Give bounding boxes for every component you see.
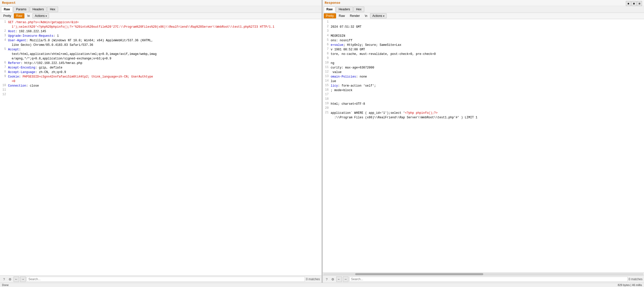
request-line-5: 5 Accept: text/html,application/xhtml+xm… xyxy=(0,47,321,61)
tab-raw-request[interactable]: Raw xyxy=(1,7,13,12)
request-line-7: 7 Accept-Encoding: gzip, deflate xyxy=(0,65,321,70)
request-line-9: 9 Cookie: PHPSESSID=c3gnn42nnfafaei5im0t… xyxy=(0,75,321,84)
response-line-8: 8 tore, no-cache, must-revalidate, post-… xyxy=(323,52,644,56)
request-line-2: 2 Host: 192.168.222.145 xyxy=(0,29,321,34)
response-code-area[interactable]: 1 2 2024 07:51:32 GMT 3 4 MEORIGIN 5 xyxy=(323,19,644,272)
actions-label-response: Actions xyxy=(372,14,382,18)
request-panel: Request Raw Params Headers Hex Pretty Ra… xyxy=(0,0,322,283)
response-line-16: 16 ; mode=block xyxy=(323,88,644,93)
subtab-newline-response[interactable]: \n xyxy=(363,13,370,18)
scrollbar-thumb xyxy=(355,273,483,275)
tab-headers-request[interactable]: Headers xyxy=(30,7,47,12)
response-line-4: 4 MEORIGIN xyxy=(323,34,644,38)
tab-raw-response[interactable]: Raw xyxy=(324,7,336,12)
response-help-button[interactable]: ? xyxy=(324,277,329,282)
tab-hex-request[interactable]: Hex xyxy=(47,7,58,12)
request-next-button[interactable]: → xyxy=(20,276,26,282)
request-help-button[interactable]: ? xyxy=(2,277,7,282)
response-line-15: 15 licy: form-action 'self'; xyxy=(323,84,644,88)
response-subtab-bar: Pretty Raw Render \n Actions ▾ xyxy=(323,13,644,19)
response-line-13: 13 omain-Policies: none xyxy=(323,75,644,79)
request-line-11: 11 xyxy=(0,88,321,93)
tab-headers-response[interactable]: Headers xyxy=(336,7,353,12)
response-line-6: 6 e=value; HttpOnly; Secure; SameSite=La… xyxy=(323,43,644,47)
response-settings-button[interactable]: ⚙ xyxy=(330,277,335,282)
response-prev-button[interactable]: ← xyxy=(336,276,342,282)
response-line-20: 20 xyxy=(323,106,644,111)
response-line-17: 17 xyxy=(323,93,644,97)
request-prev-button[interactable]: ← xyxy=(14,276,19,282)
response-line-1: 1 xyxy=(323,20,644,25)
response-line-21: 21 application` WHERE ( app_id='1');sele… xyxy=(323,111,644,120)
request-search-bar: ? ⚙ ← → 0 matches xyxy=(0,275,321,283)
response-horiz-scrollbar[interactable] xyxy=(323,272,644,275)
request-matches: 0 matches xyxy=(306,277,320,281)
request-line-1: 1 GET /hmrao.php?s=/Admin/getappicon/&id… xyxy=(0,20,321,29)
layout2-icon[interactable]: ▦ xyxy=(631,1,636,6)
request-search-input[interactable] xyxy=(27,277,305,282)
chevron-icon-response: ▾ xyxy=(383,15,384,17)
response-panel: Response Raw Headers Hex Pretty Raw Rend… xyxy=(323,0,644,283)
response-line-5: 5 ons: nosniff xyxy=(323,38,644,43)
status-bar: Done 829 bytes | 46 millis xyxy=(0,283,644,287)
response-matches: 0 matches xyxy=(629,277,642,281)
status-left: Done xyxy=(2,283,9,286)
request-settings-button[interactable]: ⚙ xyxy=(8,277,13,282)
response-line-2: 2 2024 07:51:32 GMT xyxy=(323,25,644,29)
request-line-6: 6 Referer: http://192.168.222.145/hmrao.… xyxy=(0,61,321,65)
response-title: Response xyxy=(323,0,644,6)
request-title: Request xyxy=(0,0,321,6)
actions-button-request[interactable]: Actions ▾ xyxy=(32,13,49,18)
chevron-icon-request: ▾ xyxy=(46,15,47,17)
response-line-7: 7 v 1981 08:52:00 GMT xyxy=(323,47,644,52)
request-line-8: 8 Accept-Language: zh-CN, zh;q=0.9 xyxy=(0,70,321,75)
request-code-area[interactable]: 1 GET /hmrao.php?s=/Admin/getappicon/&id… xyxy=(0,19,321,275)
actions-button-response[interactable]: Actions ▾ xyxy=(370,13,386,18)
subtab-raw-response[interactable]: Raw xyxy=(337,13,347,18)
response-next-button[interactable]: → xyxy=(343,276,348,282)
scrollbar-track xyxy=(323,273,644,275)
request-line-3: 3 Upgrade-Insecure-Requests: 1 xyxy=(0,34,321,38)
response-line-19: 19 html; charset=UTF-8 xyxy=(323,102,644,106)
request-subtab-bar: Pretty Raw \n Actions ▾ xyxy=(0,13,321,19)
subtab-render-response[interactable]: Render xyxy=(348,13,362,18)
tab-hex-response[interactable]: Hex xyxy=(353,7,364,12)
subtab-pretty-response[interactable]: Pretty xyxy=(324,13,336,18)
response-search-bar: ? ⚙ ← → 0 matches xyxy=(323,275,644,283)
layout1-icon[interactable]: ▣ xyxy=(626,1,631,6)
request-tab-bar: Raw Params Headers Hex xyxy=(0,6,321,13)
response-line-14: 14 lue xyxy=(323,79,644,84)
subtab-pretty-request[interactable]: Pretty xyxy=(1,13,13,18)
response-search-input[interactable] xyxy=(349,277,628,282)
layout3-icon[interactable]: ▤ xyxy=(637,1,642,6)
tab-params[interactable]: Params xyxy=(13,7,29,12)
response-line-12: 12 value xyxy=(323,70,644,75)
response-line-10: 10 ng xyxy=(323,61,644,65)
response-tab-bar: Raw Headers Hex xyxy=(323,6,644,13)
status-right: 829 bytes | 46 millis xyxy=(618,283,642,286)
subtab-newline-request[interactable]: \n xyxy=(25,13,32,18)
response-line-3: 3 xyxy=(323,29,644,34)
response-line-9: 9 xyxy=(323,56,644,61)
response-line-18: 18 xyxy=(323,97,644,102)
response-line-11: 11 curity: max-age=63072000 xyxy=(323,65,644,70)
request-line-10: 10 Connection: close xyxy=(0,84,321,88)
request-line-4: 4 User-Agent: Mozilla/5.0 (Windows NT 10… xyxy=(0,38,321,47)
request-line-12: 12 xyxy=(0,93,321,97)
subtab-raw-request[interactable]: Raw xyxy=(14,13,24,18)
actions-label-request: Actions xyxy=(35,14,45,18)
